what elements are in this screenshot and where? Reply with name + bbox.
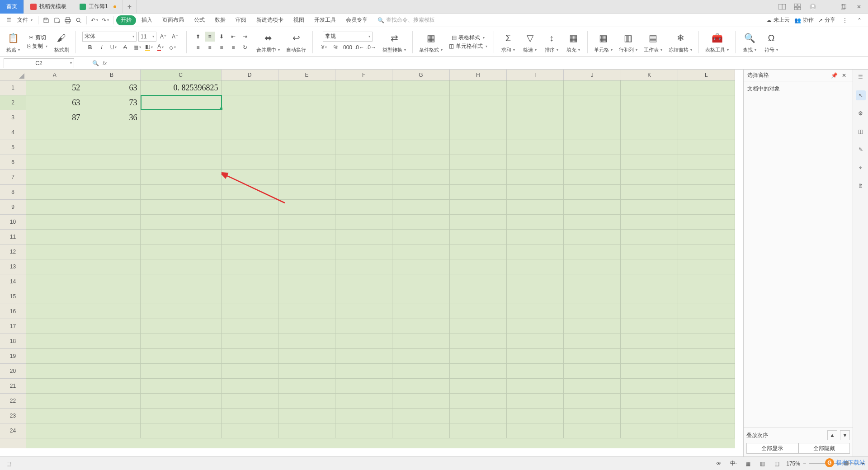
cell[interactable] [83,215,140,230]
cell[interactable] [507,334,564,349]
cell[interactable] [141,379,222,394]
cell[interactable] [507,95,564,110]
cell[interactable] [222,409,278,423]
cell[interactable] [564,110,621,125]
cell[interactable] [26,349,83,364]
cell[interactable] [335,334,392,349]
cell[interactable] [392,215,449,230]
fill-button[interactable]: ▦填充▾ [564,30,583,53]
cell[interactable] [678,274,735,289]
worksheet-button[interactable]: ▤工作表▾ [642,30,664,53]
tab-workbook[interactable]: 工作簿1 [73,0,123,14]
align-bottom-icon[interactable]: ⬇ [217,32,226,42]
cell[interactable] [222,140,278,155]
tab-template[interactable]: 找稻壳模板 [24,0,73,14]
cell[interactable] [507,304,564,319]
cell[interactable] [678,364,735,379]
cell[interactable] [450,274,507,289]
font-color-button[interactable]: A▾ [156,42,165,52]
freeze-button[interactable]: ❄冻结窗格▾ [667,30,694,53]
preview-icon[interactable] [74,15,84,25]
cell[interactable] [222,304,278,319]
row-header[interactable]: 19 [0,349,26,364]
cell[interactable] [335,409,392,423]
cell[interactable] [335,349,392,364]
cell[interactable] [621,394,678,409]
cell[interactable] [278,379,335,394]
cell[interactable] [26,394,83,409]
cell[interactable] [621,110,678,125]
cell[interactable] [507,215,564,230]
cell[interactable] [83,274,140,289]
cell[interactable] [222,155,278,170]
user-icon[interactable] [807,2,818,11]
cell[interactable] [222,95,278,110]
cell[interactable] [335,289,392,304]
cell[interactable] [678,95,735,110]
cell[interactable] [141,170,222,185]
cell[interactable] [141,274,222,289]
collapse-icon[interactable]: ⌃ [854,15,864,25]
thousand-icon[interactable]: 000 [343,42,353,52]
cell[interactable] [678,170,735,185]
redo-icon[interactable]: ↷▾ [100,15,110,25]
cell[interactable] [278,140,335,155]
row-header[interactable]: 16 [0,304,26,319]
cell[interactable] [83,304,140,319]
row-header[interactable]: 10 [0,215,26,230]
find-button[interactable]: 🔍查找▾ [740,30,759,53]
cell[interactable] [141,215,222,230]
cell[interactable] [222,379,278,394]
col-header[interactable]: D [222,70,278,80]
cell[interactable] [507,110,564,125]
cell[interactable] [564,185,621,200]
col-header[interactable]: J [564,70,621,80]
cell[interactable] [222,423,278,438]
cell[interactable] [621,215,678,230]
cell[interactable] [141,244,222,259]
cell[interactable] [278,334,335,349]
cell[interactable] [450,409,507,423]
cell[interactable] [335,379,392,394]
cell[interactable] [335,200,392,215]
cell[interactable] [222,200,278,215]
percent-icon[interactable]: % [331,42,341,52]
normal-view-icon[interactable]: ▦ [743,459,753,469]
row-header[interactable]: 5 [0,140,26,155]
cell[interactable] [26,364,83,379]
close-pane-icon[interactable]: ✕ [839,70,849,80]
cell[interactable] [621,289,678,304]
row-header[interactable]: 9 [0,200,26,215]
merge-button[interactable]: ⬌合并居中▾ [255,30,282,53]
cell[interactable] [564,244,621,259]
cell[interactable] [278,349,335,364]
cell[interactable]: 52 [26,80,83,95]
col-header[interactable]: L [678,70,735,80]
cell[interactable] [507,379,564,394]
row-header[interactable]: 12 [0,244,26,259]
cell[interactable] [621,185,678,200]
cell[interactable] [222,125,278,140]
cell[interactable] [335,95,392,110]
cell[interactable] [83,364,140,379]
cell[interactable] [141,200,222,215]
col-header[interactable]: G [392,70,449,80]
cell[interactable] [507,155,564,170]
cell[interactable] [450,185,507,200]
cell[interactable] [392,364,449,379]
col-header[interactable]: A [26,70,83,80]
cell[interactable] [564,409,621,423]
cell[interactable] [335,140,392,155]
cell[interactable] [278,110,335,125]
cell[interactable] [335,274,392,289]
tab-new[interactable]: + [123,0,137,14]
row-header[interactable]: 23 [0,409,26,423]
cell[interactable] [222,80,278,95]
cell[interactable] [26,244,83,259]
increase-decimal-icon[interactable]: .0← [354,42,364,52]
cell[interactable] [564,95,621,110]
tab-review[interactable]: 审阅 [231,14,251,27]
cell[interactable] [621,379,678,394]
cell[interactable] [278,230,335,244]
row-header[interactable]: 4 [0,125,26,140]
